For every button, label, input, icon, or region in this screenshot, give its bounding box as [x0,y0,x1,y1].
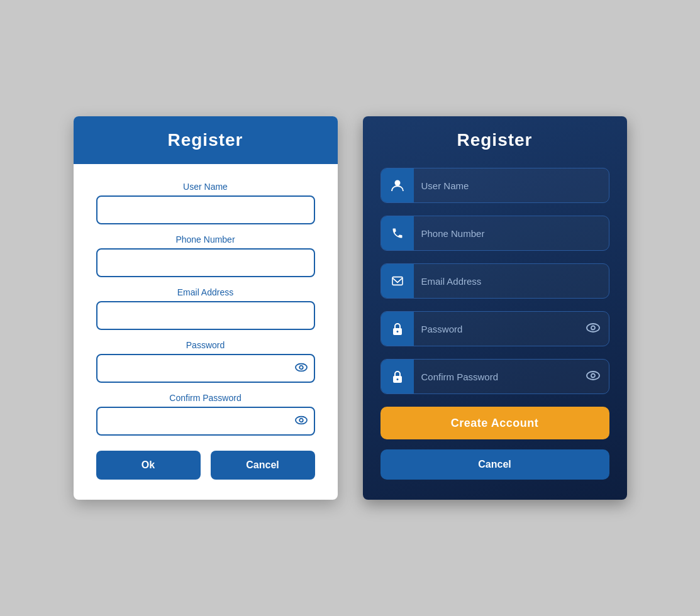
left-username-wrap [96,195,315,224]
svg-point-8 [587,324,599,332]
left-username-input[interactable] [96,195,315,224]
phone-icon [381,216,414,250]
right-cancel-button[interactable]: Cancel [381,449,609,480]
svg-point-2 [296,417,307,424]
svg-point-0 [296,364,307,371]
right-confirm-eye-icon[interactable] [586,370,609,383]
register-card-dark: Register [363,116,627,500]
right-card-header: Register [363,116,627,162]
svg-point-11 [396,378,398,380]
right-card-body: Create Account Cancel [363,162,627,500]
right-email-group [381,263,609,299]
left-confirm-group: Confirm Password [96,393,315,436]
email-icon [381,264,414,298]
left-email-group: Email Address [96,287,315,330]
right-password-eye-icon[interactable] [586,322,609,336]
left-phone-label: Phone Number [96,234,315,245]
svg-point-3 [299,419,303,422]
left-email-input[interactable] [96,301,315,330]
create-account-button[interactable]: Create Account [381,407,609,439]
left-username-label: User Name [96,182,315,192]
left-password-label: Password [96,340,315,350]
left-password-input[interactable] [96,354,315,383]
right-email-input[interactable] [414,264,609,298]
right-username-input[interactable] [414,168,609,202]
svg-rect-5 [392,277,403,285]
register-card-light: Register User Name Phone Number Email Ad… [74,116,338,500]
left-confirm-input[interactable] [96,407,315,436]
left-card-header: Register [74,116,338,164]
left-cancel-button[interactable]: Cancel [211,451,315,480]
svg-point-9 [591,326,595,329]
right-password-group [381,311,609,346]
left-password-wrap [96,354,315,383]
left-email-wrap [96,301,315,330]
lock2-icon [381,360,414,393]
left-phone-wrap [96,248,315,277]
right-title: Register [363,130,627,150]
right-phone-group [381,216,609,251]
left-confirm-eye-icon[interactable] [295,415,308,428]
lock-icon [381,312,414,346]
left-confirm-label: Confirm Password [96,393,315,403]
ok-button[interactable]: Ok [96,451,201,480]
left-password-eye-icon[interactable] [295,362,308,375]
left-username-group: User Name [96,182,315,224]
right-confirm-group [381,359,609,394]
right-username-group [381,168,609,203]
left-button-row: Ok Cancel [96,451,315,480]
left-phone-input[interactable] [96,248,315,277]
left-password-group: Password [96,340,315,383]
svg-point-13 [591,373,595,377]
left-phone-group: Phone Number [96,234,315,277]
right-password-input[interactable] [414,312,586,346]
svg-point-4 [394,180,400,186]
svg-point-12 [587,371,599,380]
svg-point-7 [396,331,398,333]
left-title: Register [74,130,338,150]
left-card-body: User Name Phone Number Email Address Pas… [74,164,338,500]
right-confirm-input[interactable] [414,360,586,393]
left-email-label: Email Address [96,287,315,297]
left-confirm-wrap [96,407,315,436]
svg-point-1 [299,366,303,370]
right-phone-input[interactable] [414,216,609,250]
user-icon [381,168,414,202]
